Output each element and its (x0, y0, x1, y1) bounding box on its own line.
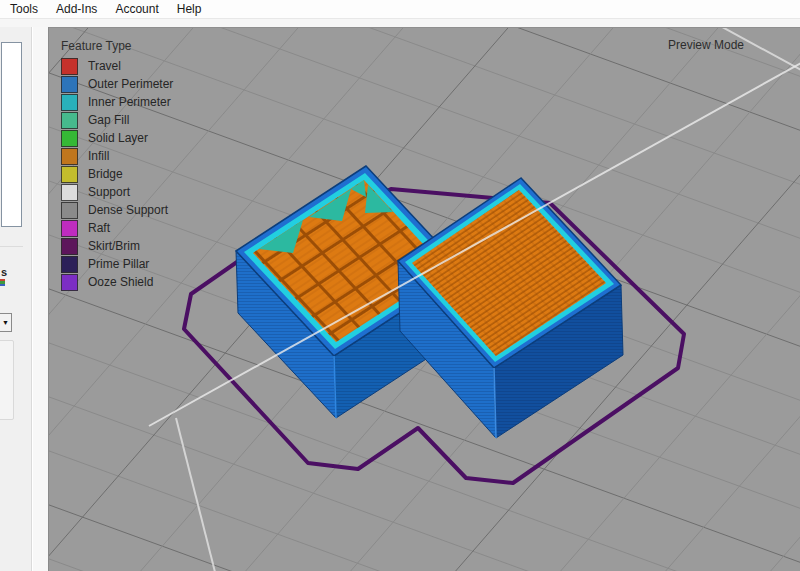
legend-item: Skirt/Brim (61, 237, 173, 255)
preview-viewport[interactable]: Feature Type TravelOuter PerimeterInner … (48, 27, 800, 571)
cropped-label-fragment: s (1, 266, 7, 278)
legend-color-swatch (61, 238, 78, 255)
panel-divider (0, 246, 23, 247)
legend-item: Support (61, 183, 173, 201)
legend-item: Ooze Shield (61, 273, 173, 291)
preview-mode-label: Preview Mode (668, 38, 744, 52)
legend-color-swatch (61, 76, 78, 93)
legend-item-label: Travel (88, 59, 121, 73)
legend-title: Feature Type (61, 39, 173, 53)
process-listbox[interactable] (1, 42, 22, 227)
legend-item: Inner Perimeter (61, 93, 173, 111)
chevron-down-icon: ▼ (2, 319, 9, 326)
menu-item-tools[interactable]: Tools (10, 2, 38, 16)
legend-item: Travel (61, 57, 173, 75)
panel-splitter[interactable] (33, 27, 48, 571)
dropdown-button[interactable]: ▼ (0, 313, 12, 332)
legend-item: Dense Support (61, 201, 173, 219)
legend-color-swatch (61, 220, 78, 237)
feature-type-legend: Feature Type TravelOuter PerimeterInner … (61, 39, 173, 291)
legend-color-swatch (61, 184, 78, 201)
legend-item-label: Support (88, 185, 130, 199)
legend-color-swatch (61, 256, 78, 273)
legend-color-swatch (61, 166, 78, 183)
legend-item: Solid Layer (61, 129, 173, 147)
legend-item-label: Prime Pillar (88, 257, 149, 271)
legend-item-label: Inner Perimeter (88, 95, 171, 109)
legend-color-swatch (61, 148, 78, 165)
legend-color-swatch (61, 112, 78, 129)
legend-color-swatch (61, 94, 78, 111)
legend-item: Raft (61, 219, 173, 237)
legend-item-label: Outer Perimeter (88, 77, 173, 91)
legend-item: Gap Fill (61, 111, 173, 129)
panel-groupbox (0, 340, 14, 420)
legend-color-swatch (61, 274, 78, 291)
legend-item-label: Infill (88, 149, 109, 163)
legend-item-label: Gap Fill (88, 113, 129, 127)
legend-color-swatch (61, 130, 78, 147)
legend-item: Outer Perimeter (61, 75, 173, 93)
legend-item: Prime Pillar (61, 255, 173, 273)
toolbar-strip (0, 18, 800, 27)
legend-item-label: Ooze Shield (88, 275, 153, 289)
legend-item-label: Bridge (88, 167, 123, 181)
legend-item-label: Raft (88, 221, 110, 235)
menu-bar: Tools Add-Ins Account Help (0, 0, 800, 18)
right-model[interactable] (398, 178, 623, 438)
menu-item-help[interactable]: Help (177, 2, 202, 16)
menu-item-add-ins[interactable]: Add-Ins (56, 2, 97, 16)
left-settings-panel: s ▼ (0, 27, 32, 571)
cropped-icon (0, 279, 5, 286)
legend-item-label: Dense Support (88, 203, 168, 217)
legend-item-label: Skirt/Brim (88, 239, 140, 253)
legend-item-label: Solid Layer (88, 131, 148, 145)
legend-item: Infill (61, 147, 173, 165)
menu-item-account[interactable]: Account (115, 2, 158, 16)
legend-item: Bridge (61, 165, 173, 183)
legend-color-swatch (61, 202, 78, 219)
legend-color-swatch (61, 58, 78, 75)
legend-rows: TravelOuter PerimeterInner PerimeterGap … (61, 57, 173, 291)
